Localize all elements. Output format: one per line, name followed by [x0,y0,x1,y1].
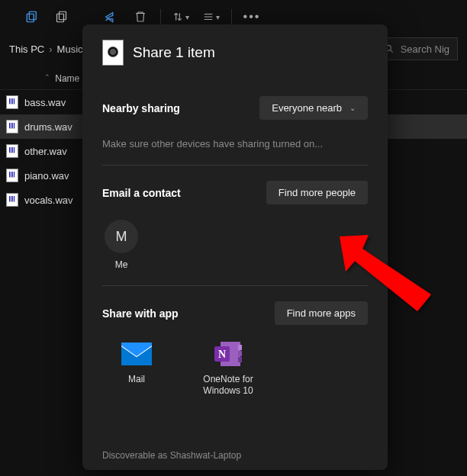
file-icon [6,193,18,207]
app-onenote[interactable]: N OneNote for Windows 10 [194,339,262,397]
svg-text:N: N [218,349,226,360]
mail-icon [121,339,152,369]
share-header: Share 1 item [102,40,368,66]
breadcrumb[interactable]: This PC › Music [9,43,83,55]
svg-rect-9 [238,357,242,362]
chevron-right-icon: › [49,43,52,55]
app-label: OneNote for Windows 10 [194,374,262,397]
divider [102,285,368,286]
share-panel: Share 1 item Nearby sharing Everyone nea… [82,24,388,470]
nearby-label: Nearby sharing [102,102,180,114]
nearby-hint: Make sure other devices have sharing tur… [102,138,368,150]
find-more-apps-button[interactable]: Find more apps [275,301,368,325]
divider [102,165,368,166]
file-icon [6,95,18,109]
document-icon [102,40,124,66]
column-name[interactable]: Name [55,73,79,84]
sort-caret-icon: ⌃ [44,73,50,81]
file-name: piano.wav [24,170,69,182]
apps-section: Share with app Find more apps Mail N One… [102,291,368,407]
apps-label: Share with app [102,307,179,320]
breadcrumb-seg[interactable]: Music [57,43,83,55]
svg-rect-1 [27,14,34,22]
nearby-dropdown[interactable]: Everyone nearb ⌄ [259,96,368,120]
copy-icon[interactable] [18,3,46,31]
file-name: vocals.wav [24,195,73,206]
file-icon [6,120,18,133]
svg-rect-0 [29,11,36,20]
svg-rect-3 [57,14,64,22]
app-label: Mail [128,374,145,385]
search-placeholder: Search Nig [401,43,449,55]
file-name: drums.wav [24,121,72,133]
contact-item[interactable]: M Me [102,220,140,270]
avatar-initial: M [116,229,127,245]
nearby-dropdown-label: Everyone nearb [272,102,342,114]
new-window-icon[interactable] [49,3,76,31]
email-label: Email a contact [102,187,181,199]
share-title: Share 1 item [133,44,215,61]
email-section: Email a contact Find more people M Me [102,170,368,281]
breadcrumb-seg[interactable]: This PC [9,43,44,55]
onenote-icon: N [213,339,243,369]
file-name: other.wav [24,146,67,157]
contact-name: Me [115,259,128,270]
svg-rect-7 [238,345,242,350]
file-icon [6,144,18,158]
find-more-people-button[interactable]: Find more people [266,181,368,204]
nearby-section: Nearby sharing Everyone nearb ⌄ Make sur… [102,85,368,160]
avatar: M [105,220,138,253]
svg-rect-2 [60,11,66,20]
share-footer: Discoverable as Shashwat-Laptop [102,445,368,461]
file-icon [6,169,18,182]
app-mail[interactable]: Mail [102,339,171,397]
chevron-down-icon: ⌄ [349,104,356,112]
svg-rect-8 [238,351,242,356]
file-name: bass.wav [24,97,66,108]
